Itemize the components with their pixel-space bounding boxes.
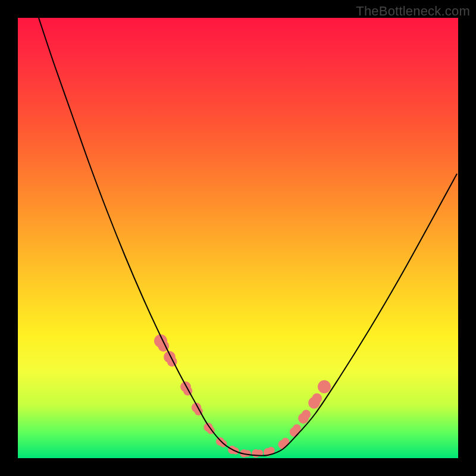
highlight-dot <box>319 381 330 393</box>
plot-area <box>18 18 458 458</box>
highlight-dot <box>302 410 311 419</box>
curve-layer <box>18 18 458 458</box>
chart-frame: TheBottleneck.com <box>0 0 476 476</box>
highlight-dot <box>312 393 322 403</box>
bottleneck-curve <box>39 18 457 456</box>
highlight-dot <box>244 450 251 457</box>
watermark-text: TheBottleneck.com <box>356 4 470 19</box>
highlight-dot <box>268 447 275 454</box>
highlight-dots-group <box>154 334 331 458</box>
